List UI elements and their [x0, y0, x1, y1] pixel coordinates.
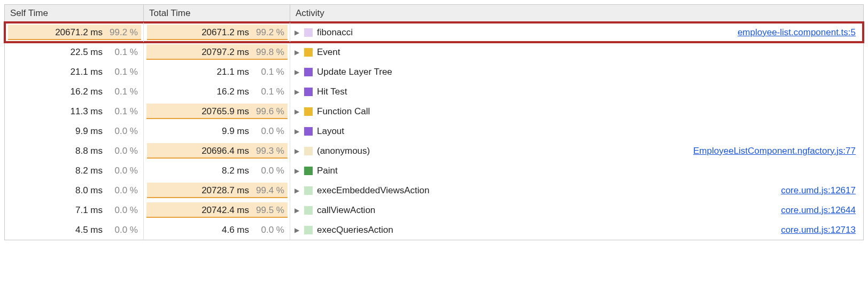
total-time-ms: 21.1 ms: [217, 67, 249, 77]
self-time-pct: 0.0 %: [106, 225, 138, 235]
self-time-ms: 8.0 ms: [75, 185, 103, 196]
category-swatch-icon: [304, 147, 313, 155]
total-time-pct: 99.4 %: [252, 185, 284, 196]
total-time-cell: 20728.7 ms99.4 %: [144, 180, 290, 200]
table-row[interactable]: 8.2 ms0.0 %8.2 ms0.0 %▶Paint: [5, 161, 863, 180]
category-swatch-icon: [304, 88, 313, 96]
total-time-cell: 21.1 ms0.1 %: [144, 62, 290, 82]
table-row[interactable]: 22.5 ms0.1 %20797.2 ms99.8 %▶Event: [5, 42, 863, 62]
activity-label: execQueriesAction: [317, 225, 393, 235]
header-self-time[interactable]: Self Time: [5, 5, 144, 22]
table-row[interactable]: 16.2 ms0.1 %16.2 ms0.1 %▶Hit Test: [5, 82, 863, 101]
category-swatch-icon: [304, 186, 313, 195]
self-time-cell: 22.5 ms0.1 %: [5, 42, 144, 62]
total-time-cell: 4.6 ms0.0 %: [144, 220, 290, 240]
self-time-pct: 0.1 %: [106, 86, 138, 97]
disclosure-triangle-icon[interactable]: ▶: [293, 147, 300, 155]
self-time-ms: 11.3 ms: [71, 106, 103, 117]
table-row[interactable]: 20671.2 ms99.2 %20671.2 ms99.2 %▶fibonac…: [5, 22, 863, 42]
disclosure-triangle-icon[interactable]: ▶: [293, 167, 300, 175]
total-time-cell: 20671.2 ms99.2 %: [144, 22, 290, 42]
header-total-time[interactable]: Total Time: [144, 5, 290, 22]
self-time-pct: 0.0 %: [106, 185, 138, 196]
activity-cell: ▶Update Layer Tree: [290, 62, 863, 82]
source-link[interactable]: core.umd.js:12617: [781, 185, 856, 196]
self-time-cell: 21.1 ms0.1 %: [5, 62, 144, 82]
total-time-ms: 20671.2 ms: [201, 27, 249, 38]
disclosure-triangle-icon[interactable]: ▶: [293, 68, 300, 76]
self-time-ms: 4.5 ms: [75, 225, 103, 235]
total-time-cell: 20696.4 ms99.3 %: [144, 141, 290, 161]
total-time-pct: 99.8 %: [252, 47, 284, 58]
total-time-cell: 16.2 ms0.1 %: [144, 82, 290, 101]
self-time-cell: 8.2 ms0.0 %: [5, 161, 144, 180]
source-link[interactable]: core.umd.js:12644: [781, 205, 856, 216]
self-time-pct: 0.0 %: [106, 146, 138, 156]
table-row[interactable]: 4.5 ms0.0 %4.6 ms0.0 %▶execQueriesAction…: [5, 220, 863, 240]
total-time-ms: 8.2 ms: [222, 166, 249, 176]
total-time-pct: 0.1 %: [252, 86, 284, 97]
activity-cell: ▶Event: [290, 42, 863, 62]
total-time-ms: 20765.9 ms: [201, 106, 249, 117]
total-time-pct: 0.0 %: [252, 166, 284, 176]
activity-cell: ▶Hit Test: [290, 82, 863, 101]
category-swatch-icon: [304, 107, 313, 116]
self-time-ms: 20671.2 ms: [55, 27, 103, 38]
disclosure-triangle-icon[interactable]: ▶: [293, 88, 300, 96]
total-time-ms: 20742.4 ms: [201, 205, 249, 216]
self-time-ms: 8.8 ms: [75, 146, 103, 156]
self-time-cell: 20671.2 ms99.2 %: [5, 22, 144, 42]
table-body: 20671.2 ms99.2 %20671.2 ms99.2 %▶fibonac…: [5, 22, 863, 240]
total-time-ms: 9.9 ms: [222, 126, 249, 137]
self-time-pct: 0.0 %: [106, 126, 138, 137]
self-time-ms: 16.2 ms: [71, 86, 103, 97]
table-row[interactable]: 8.0 ms0.0 %20728.7 ms99.4 %▶execEmbedded…: [5, 180, 863, 200]
disclosure-triangle-icon[interactable]: ▶: [293, 226, 300, 234]
disclosure-triangle-icon[interactable]: ▶: [293, 187, 300, 194]
self-time-cell: 7.1 ms0.0 %: [5, 200, 144, 220]
activity-label: callViewAction: [317, 205, 375, 216]
disclosure-triangle-icon[interactable]: ▶: [293, 128, 300, 135]
activity-label: (anonymous): [317, 146, 370, 156]
header-activity[interactable]: Activity: [290, 5, 863, 22]
total-time-ms: 20696.4 ms: [201, 146, 249, 156]
total-time-cell: 9.9 ms0.0 %: [144, 121, 290, 141]
total-time-ms: 4.6 ms: [222, 225, 249, 235]
total-time-ms: 16.2 ms: [217, 86, 249, 97]
activity-label: Hit Test: [317, 86, 347, 97]
self-time-cell: 8.0 ms0.0 %: [5, 180, 144, 200]
total-time-pct: 0.1 %: [252, 67, 284, 77]
activity-cell: ▶execEmbeddedViewsActioncore.umd.js:1261…: [290, 180, 863, 200]
self-time-ms: 9.9 ms: [75, 126, 103, 137]
total-time-cell: 20742.4 ms99.5 %: [144, 200, 290, 220]
disclosure-triangle-icon[interactable]: ▶: [293, 29, 300, 36]
disclosure-triangle-icon[interactable]: ▶: [293, 49, 300, 56]
category-swatch-icon: [304, 68, 313, 76]
total-time-pct: 0.0 %: [252, 225, 284, 235]
self-time-ms: 22.5 ms: [71, 47, 103, 58]
self-time-cell: 9.9 ms0.0 %: [5, 121, 144, 141]
disclosure-triangle-icon[interactable]: ▶: [293, 207, 300, 214]
self-time-pct: 0.1 %: [106, 106, 138, 117]
activity-label: fibonacci: [317, 27, 353, 38]
source-link[interactable]: core.umd.js:12713: [781, 225, 856, 235]
activity-cell: ▶fibonacciemployee-list.component.ts:5: [290, 22, 863, 42]
self-time-pct: 0.0 %: [106, 205, 138, 216]
total-time-pct: 99.6 %: [252, 106, 284, 117]
disclosure-triangle-icon[interactable]: ▶: [293, 108, 300, 115]
source-link[interactable]: employee-list.component.ts:5: [738, 27, 856, 38]
table-row[interactable]: 9.9 ms0.0 %9.9 ms0.0 %▶Layout: [5, 121, 863, 141]
table-row[interactable]: 21.1 ms0.1 %21.1 ms0.1 %▶Update Layer Tr…: [5, 62, 863, 82]
category-swatch-icon: [304, 167, 313, 175]
table-row[interactable]: 11.3 ms0.1 %20765.9 ms99.6 %▶Function Ca…: [5, 101, 863, 121]
source-link[interactable]: EmployeeListComponent.ngfactory.js:77: [693, 146, 856, 156]
table-row[interactable]: 8.8 ms0.0 %20696.4 ms99.3 %▶(anonymous)E…: [5, 141, 863, 161]
table-row[interactable]: 7.1 ms0.0 %20742.4 ms99.5 %▶callViewActi…: [5, 200, 863, 220]
self-time-ms: 7.1 ms: [75, 205, 103, 216]
category-swatch-icon: [304, 48, 313, 57]
activity-label: execEmbeddedViewsAction: [317, 185, 429, 196]
total-time-cell: 20765.9 ms99.6 %: [144, 101, 290, 121]
self-time-pct: 99.2 %: [106, 27, 138, 38]
self-time-ms: 8.2 ms: [75, 166, 103, 176]
self-time-cell: 11.3 ms0.1 %: [5, 101, 144, 121]
